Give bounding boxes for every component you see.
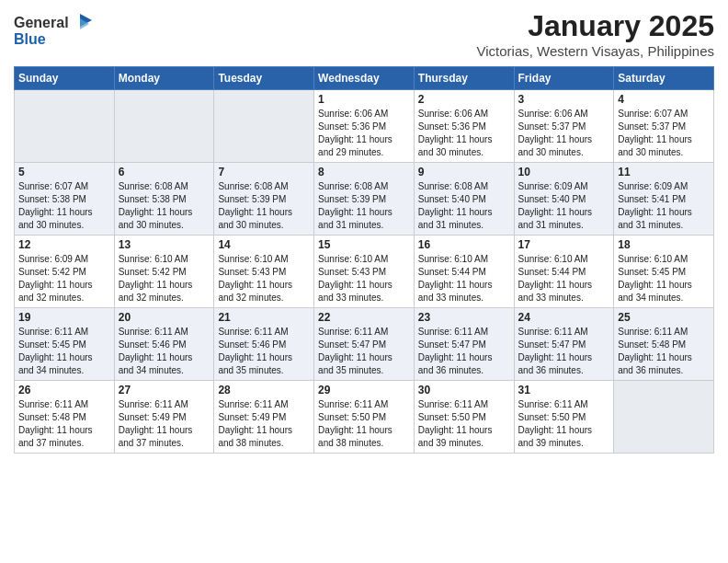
day-number: 30 (418, 384, 510, 396)
day-number: 3 (518, 93, 610, 106)
page: General Blue January 2025 Victorias, Wes… (0, 0, 728, 563)
day-info: Sunrise: 6:06 AMSunset: 5:36 PMDaylight:… (318, 108, 410, 159)
day-info: Sunrise: 6:06 AMSunset: 5:37 PMDaylight:… (518, 108, 610, 159)
day-info: Sunrise: 6:07 AMSunset: 5:37 PMDaylight:… (618, 108, 710, 159)
day-number: 18 (618, 238, 710, 251)
day-info: Sunrise: 6:11 AMSunset: 5:49 PMDaylight:… (218, 398, 310, 450)
calendar-cell: 13Sunrise: 6:10 AMSunset: 5:42 PMDayligh… (114, 236, 214, 308)
day-info: Sunrise: 6:11 AMSunset: 5:46 PMDaylight:… (119, 326, 210, 377)
day-number: 7 (218, 166, 310, 178)
calendar-cell: 23Sunrise: 6:11 AMSunset: 5:47 PMDayligh… (414, 308, 514, 381)
day-number: 2 (418, 93, 510, 106)
day-number: 27 (119, 384, 210, 396)
calendar-week-row: 26Sunrise: 6:11 AMSunset: 5:48 PMDayligh… (15, 381, 714, 454)
day-number: 21 (218, 311, 310, 324)
day-info: Sunrise: 6:11 AMSunset: 5:47 PMDaylight:… (318, 326, 410, 377)
day-info: Sunrise: 6:11 AMSunset: 5:50 PMDaylight:… (318, 398, 410, 450)
day-number: 29 (318, 384, 410, 396)
day-number: 31 (518, 384, 610, 396)
svg-text:General: General (14, 15, 69, 30)
day-number: 15 (318, 238, 410, 251)
calendar-cell: 15Sunrise: 6:10 AMSunset: 5:43 PMDayligh… (314, 236, 415, 308)
th-saturday: Saturday (614, 67, 714, 90)
day-info: Sunrise: 6:11 AMSunset: 5:48 PMDaylight:… (618, 326, 710, 377)
title-block: January 2025 Victorias, Western Visayas,… (477, 9, 714, 59)
calendar-cell: 21Sunrise: 6:11 AMSunset: 5:46 PMDayligh… (214, 308, 314, 381)
calendar-cell: 14Sunrise: 6:10 AMSunset: 5:43 PMDayligh… (214, 236, 314, 308)
day-number: 10 (518, 166, 610, 178)
day-number: 25 (618, 311, 710, 324)
calendar-week-row: 19Sunrise: 6:11 AMSunset: 5:45 PMDayligh… (15, 308, 714, 381)
day-number: 5 (18, 166, 110, 178)
calendar-cell (214, 90, 314, 163)
calendar-cell: 25Sunrise: 6:11 AMSunset: 5:48 PMDayligh… (614, 308, 714, 381)
day-number: 26 (18, 384, 110, 396)
calendar-cell: 19Sunrise: 6:11 AMSunset: 5:45 PMDayligh… (15, 308, 115, 381)
day-number: 16 (418, 238, 510, 251)
calendar-cell: 18Sunrise: 6:10 AMSunset: 5:45 PMDayligh… (614, 236, 714, 308)
th-sunday: Sunday (15, 67, 115, 90)
svg-text:Blue: Blue (14, 31, 46, 47)
calendar-cell: 29Sunrise: 6:11 AMSunset: 5:50 PMDayligh… (314, 381, 415, 454)
day-info: Sunrise: 6:11 AMSunset: 5:46 PMDaylight:… (218, 326, 310, 377)
day-number: 14 (218, 238, 310, 251)
day-number: 1 (318, 93, 410, 106)
day-info: Sunrise: 6:08 AMSunset: 5:39 PMDaylight:… (318, 180, 410, 232)
day-number: 8 (318, 166, 410, 178)
calendar-cell: 4Sunrise: 6:07 AMSunset: 5:37 PMDaylight… (614, 90, 714, 163)
day-info: Sunrise: 6:06 AMSunset: 5:36 PMDaylight:… (418, 108, 510, 159)
calendar-cell: 7Sunrise: 6:08 AMSunset: 5:39 PMDaylight… (214, 163, 314, 236)
logo-svg: General Blue (14, 9, 97, 51)
day-info: Sunrise: 6:11 AMSunset: 5:45 PMDaylight:… (18, 326, 110, 377)
th-monday: Monday (114, 67, 214, 90)
day-number: 9 (418, 166, 510, 178)
day-info: Sunrise: 6:09 AMSunset: 5:42 PMDaylight:… (18, 253, 110, 304)
day-info: Sunrise: 6:09 AMSunset: 5:41 PMDaylight:… (618, 180, 710, 232)
calendar-cell: 12Sunrise: 6:09 AMSunset: 5:42 PMDayligh… (15, 236, 115, 308)
calendar-week-row: 12Sunrise: 6:09 AMSunset: 5:42 PMDayligh… (15, 236, 714, 308)
calendar-cell: 1Sunrise: 6:06 AMSunset: 5:36 PMDaylight… (314, 90, 415, 163)
day-number: 11 (618, 166, 710, 178)
day-info: Sunrise: 6:11 AMSunset: 5:47 PMDaylight:… (518, 326, 610, 377)
day-number: 13 (119, 238, 210, 251)
day-info: Sunrise: 6:11 AMSunset: 5:47 PMDaylight:… (418, 326, 510, 377)
calendar-cell: 16Sunrise: 6:10 AMSunset: 5:44 PMDayligh… (414, 236, 514, 308)
calendar-cell: 26Sunrise: 6:11 AMSunset: 5:48 PMDayligh… (15, 381, 115, 454)
calendar-cell: 3Sunrise: 6:06 AMSunset: 5:37 PMDaylight… (514, 90, 614, 163)
calendar-cell: 6Sunrise: 6:08 AMSunset: 5:38 PMDaylight… (114, 163, 214, 236)
calendar-cell: 2Sunrise: 6:06 AMSunset: 5:36 PMDaylight… (414, 90, 514, 163)
day-info: Sunrise: 6:11 AMSunset: 5:50 PMDaylight:… (418, 398, 510, 450)
calendar-title: January 2025 (477, 9, 714, 43)
calendar-cell: 5Sunrise: 6:07 AMSunset: 5:38 PMDaylight… (15, 163, 115, 236)
day-number: 28 (218, 384, 310, 396)
day-info: Sunrise: 6:09 AMSunset: 5:40 PMDaylight:… (518, 180, 610, 232)
day-number: 4 (618, 93, 710, 106)
day-info: Sunrise: 6:10 AMSunset: 5:43 PMDaylight:… (318, 253, 410, 304)
calendar-cell: 24Sunrise: 6:11 AMSunset: 5:47 PMDayligh… (514, 308, 614, 381)
day-info: Sunrise: 6:10 AMSunset: 5:45 PMDaylight:… (618, 253, 710, 304)
day-info: Sunrise: 6:11 AMSunset: 5:48 PMDaylight:… (18, 398, 110, 450)
calendar-cell: 20Sunrise: 6:11 AMSunset: 5:46 PMDayligh… (114, 308, 214, 381)
th-friday: Friday (514, 67, 614, 90)
calendar-cell: 8Sunrise: 6:08 AMSunset: 5:39 PMDaylight… (314, 163, 415, 236)
calendar-cell: 28Sunrise: 6:11 AMSunset: 5:49 PMDayligh… (214, 381, 314, 454)
calendar-subtitle: Victorias, Western Visayas, Philippines (477, 43, 714, 59)
day-info: Sunrise: 6:10 AMSunset: 5:44 PMDaylight:… (418, 253, 510, 304)
calendar-cell (614, 381, 714, 454)
weekday-header-row: Sunday Monday Tuesday Wednesday Thursday… (15, 67, 714, 90)
day-info: Sunrise: 6:11 AMSunset: 5:49 PMDaylight:… (119, 398, 210, 450)
calendar-cell: 31Sunrise: 6:11 AMSunset: 5:50 PMDayligh… (514, 381, 614, 454)
day-number: 17 (518, 238, 610, 251)
header: General Blue January 2025 Victorias, Wes… (14, 9, 714, 59)
calendar-cell: 27Sunrise: 6:11 AMSunset: 5:49 PMDayligh… (114, 381, 214, 454)
calendar-week-row: 5Sunrise: 6:07 AMSunset: 5:38 PMDaylight… (15, 163, 714, 236)
day-number: 22 (318, 311, 410, 324)
day-info: Sunrise: 6:07 AMSunset: 5:38 PMDaylight:… (18, 180, 110, 232)
day-info: Sunrise: 6:08 AMSunset: 5:40 PMDaylight:… (418, 180, 510, 232)
th-thursday: Thursday (414, 67, 514, 90)
calendar-week-row: 1Sunrise: 6:06 AMSunset: 5:36 PMDaylight… (15, 90, 714, 163)
calendar-cell: 17Sunrise: 6:10 AMSunset: 5:44 PMDayligh… (514, 236, 614, 308)
day-info: Sunrise: 6:08 AMSunset: 5:39 PMDaylight:… (218, 180, 310, 232)
day-number: 19 (18, 311, 110, 324)
day-number: 12 (18, 238, 110, 251)
